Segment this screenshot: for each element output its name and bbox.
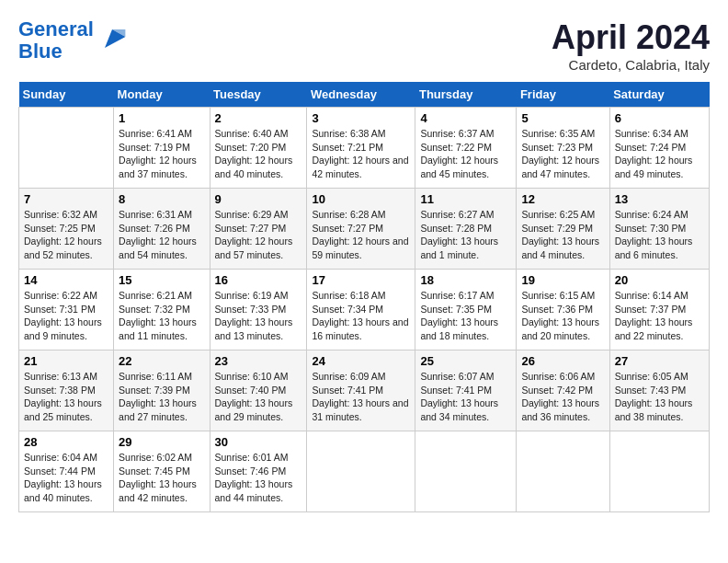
day-info: Sunrise: 6:21 AMSunset: 7:32 PMDaylight:… (119, 289, 204, 343)
week-row-4: 21Sunrise: 6:13 AMSunset: 7:38 PMDayligh… (19, 350, 710, 431)
calendar-cell: 14Sunrise: 6:22 AMSunset: 7:31 PMDayligh… (19, 270, 114, 350)
day-info: Sunrise: 6:01 AMSunset: 7:46 PMDaylight:… (215, 451, 302, 505)
day-info: Sunrise: 6:17 AMSunset: 7:35 PMDaylight:… (420, 289, 511, 343)
calendar-table: SundayMondayTuesdayWednesdayThursdayFrid… (18, 82, 710, 512)
calendar-cell: 7Sunrise: 6:32 AMSunset: 7:25 PMDaylight… (19, 189, 114, 270)
week-row-2: 7Sunrise: 6:32 AMSunset: 7:25 PMDaylight… (19, 189, 710, 270)
day-number: 6 (615, 111, 704, 125)
day-number: 8 (119, 192, 204, 206)
header-row: SundayMondayTuesdayWednesdayThursdayFrid… (19, 82, 710, 108)
day-number: 13 (615, 192, 704, 206)
calendar-cell: 2Sunrise: 6:40 AMSunset: 7:20 PMDaylight… (210, 108, 307, 189)
day-info: Sunrise: 6:35 AMSunset: 7:23 PMDaylight:… (521, 127, 604, 181)
day-info: Sunrise: 6:37 AMSunset: 7:22 PMDaylight:… (420, 127, 511, 181)
title-block: April 2024 Cardeto, Calabria, Italy (552, 18, 710, 73)
calendar-cell (609, 431, 709, 512)
day-number: 19 (521, 273, 604, 287)
day-number: 4 (420, 111, 511, 125)
header-day-thursday: Thursday (415, 82, 517, 108)
day-info: Sunrise: 6:11 AMSunset: 7:39 PMDaylight:… (119, 370, 204, 424)
day-number: 5 (521, 111, 604, 125)
day-number: 1 (119, 111, 204, 125)
calendar-cell: 11Sunrise: 6:27 AMSunset: 7:28 PMDayligh… (415, 189, 517, 270)
day-number: 2 (215, 111, 302, 125)
day-info: Sunrise: 6:02 AMSunset: 7:45 PMDaylight:… (119, 451, 204, 505)
week-row-5: 28Sunrise: 6:04 AMSunset: 7:44 PMDayligh… (19, 431, 710, 512)
day-number: 12 (521, 192, 604, 206)
logo-text: General Blue (18, 18, 94, 63)
day-number: 23 (215, 354, 302, 368)
calendar-cell: 3Sunrise: 6:38 AMSunset: 7:21 PMDaylight… (307, 108, 415, 189)
calendar-body: 1Sunrise: 6:41 AMSunset: 7:19 PMDaylight… (19, 108, 710, 512)
day-number: 30 (215, 435, 302, 449)
day-number: 16 (215, 273, 302, 287)
day-info: Sunrise: 6:28 AMSunset: 7:27 PMDaylight:… (312, 208, 410, 262)
calendar-cell: 10Sunrise: 6:28 AMSunset: 7:27 PMDayligh… (307, 189, 415, 270)
calendar-cell (307, 431, 415, 512)
calendar-cell: 21Sunrise: 6:13 AMSunset: 7:38 PMDayligh… (19, 350, 114, 431)
calendar-cell: 23Sunrise: 6:10 AMSunset: 7:40 PMDayligh… (210, 350, 307, 431)
logo: General Blue (18, 18, 127, 63)
day-number: 21 (24, 354, 108, 368)
day-info: Sunrise: 6:09 AMSunset: 7:41 PMDaylight:… (312, 370, 410, 424)
day-info: Sunrise: 6:19 AMSunset: 7:33 PMDaylight:… (215, 289, 302, 343)
calendar-cell: 13Sunrise: 6:24 AMSunset: 7:30 PMDayligh… (609, 189, 709, 270)
logo-blue: Blue (18, 40, 63, 63)
day-number: 17 (312, 273, 410, 287)
day-number: 25 (420, 354, 511, 368)
calendar-cell: 28Sunrise: 6:04 AMSunset: 7:44 PMDayligh… (19, 431, 114, 512)
calendar-cell: 19Sunrise: 6:15 AMSunset: 7:36 PMDayligh… (517, 270, 609, 350)
calendar-cell (415, 431, 517, 512)
calendar-cell: 17Sunrise: 6:18 AMSunset: 7:34 PMDayligh… (307, 270, 415, 350)
calendar-cell: 5Sunrise: 6:35 AMSunset: 7:23 PMDaylight… (517, 108, 609, 189)
calendar-cell: 6Sunrise: 6:34 AMSunset: 7:24 PMDaylight… (609, 108, 709, 189)
day-info: Sunrise: 6:15 AMSunset: 7:36 PMDaylight:… (521, 289, 604, 343)
header-day-wednesday: Wednesday (307, 82, 415, 108)
day-info: Sunrise: 6:29 AMSunset: 7:27 PMDaylight:… (215, 208, 302, 262)
calendar-cell: 15Sunrise: 6:21 AMSunset: 7:32 PMDayligh… (114, 270, 210, 350)
calendar-cell: 30Sunrise: 6:01 AMSunset: 7:46 PMDayligh… (210, 431, 307, 512)
header-day-friday: Friday (517, 82, 609, 108)
week-row-3: 14Sunrise: 6:22 AMSunset: 7:31 PMDayligh… (19, 270, 710, 350)
day-info: Sunrise: 6:06 AMSunset: 7:42 PMDaylight:… (521, 370, 604, 424)
day-info: Sunrise: 6:18 AMSunset: 7:34 PMDaylight:… (312, 289, 410, 343)
day-info: Sunrise: 6:07 AMSunset: 7:41 PMDaylight:… (420, 370, 511, 424)
calendar-cell: 9Sunrise: 6:29 AMSunset: 7:27 PMDaylight… (210, 189, 307, 270)
day-info: Sunrise: 6:27 AMSunset: 7:28 PMDaylight:… (420, 208, 511, 262)
calendar-cell: 25Sunrise: 6:07 AMSunset: 7:41 PMDayligh… (415, 350, 517, 431)
calendar-cell: 29Sunrise: 6:02 AMSunset: 7:45 PMDayligh… (114, 431, 210, 512)
day-info: Sunrise: 6:41 AMSunset: 7:19 PMDaylight:… (119, 127, 204, 181)
day-number: 15 (119, 273, 204, 287)
calendar-cell (19, 108, 114, 189)
calendar-cell: 20Sunrise: 6:14 AMSunset: 7:37 PMDayligh… (609, 270, 709, 350)
calendar-cell: 12Sunrise: 6:25 AMSunset: 7:29 PMDayligh… (517, 189, 609, 270)
day-number: 26 (521, 354, 604, 368)
calendar-cell: 18Sunrise: 6:17 AMSunset: 7:35 PMDayligh… (415, 270, 517, 350)
day-info: Sunrise: 6:05 AMSunset: 7:43 PMDaylight:… (615, 370, 704, 424)
header-day-sunday: Sunday (19, 82, 114, 108)
calendar-cell: 22Sunrise: 6:11 AMSunset: 7:39 PMDayligh… (114, 350, 210, 431)
day-info: Sunrise: 6:25 AMSunset: 7:29 PMDaylight:… (521, 208, 604, 262)
header-day-tuesday: Tuesday (210, 82, 307, 108)
day-number: 28 (24, 435, 108, 449)
day-info: Sunrise: 6:10 AMSunset: 7:40 PMDaylight:… (215, 370, 302, 424)
day-number: 24 (312, 354, 410, 368)
day-number: 14 (24, 273, 108, 287)
day-number: 3 (312, 111, 410, 125)
day-number: 10 (312, 192, 410, 206)
day-number: 22 (119, 354, 204, 368)
calendar-cell: 24Sunrise: 6:09 AMSunset: 7:41 PMDayligh… (307, 350, 415, 431)
calendar-cell: 8Sunrise: 6:31 AMSunset: 7:26 PMDaylight… (114, 189, 210, 270)
day-info: Sunrise: 6:40 AMSunset: 7:20 PMDaylight:… (215, 127, 302, 181)
day-number: 9 (215, 192, 302, 206)
day-info: Sunrise: 6:13 AMSunset: 7:38 PMDaylight:… (24, 370, 108, 424)
month-title: April 2024 (552, 18, 710, 57)
day-info: Sunrise: 6:14 AMSunset: 7:37 PMDaylight:… (615, 289, 704, 343)
calendar-cell: 27Sunrise: 6:05 AMSunset: 7:43 PMDayligh… (609, 350, 709, 431)
header-day-monday: Monday (114, 82, 210, 108)
logo-general: General (18, 17, 94, 40)
day-info: Sunrise: 6:22 AMSunset: 7:31 PMDaylight:… (24, 289, 108, 343)
day-number: 27 (615, 354, 704, 368)
calendar-cell: 26Sunrise: 6:06 AMSunset: 7:42 PMDayligh… (517, 350, 609, 431)
calendar-cell: 1Sunrise: 6:41 AMSunset: 7:19 PMDaylight… (114, 108, 210, 189)
